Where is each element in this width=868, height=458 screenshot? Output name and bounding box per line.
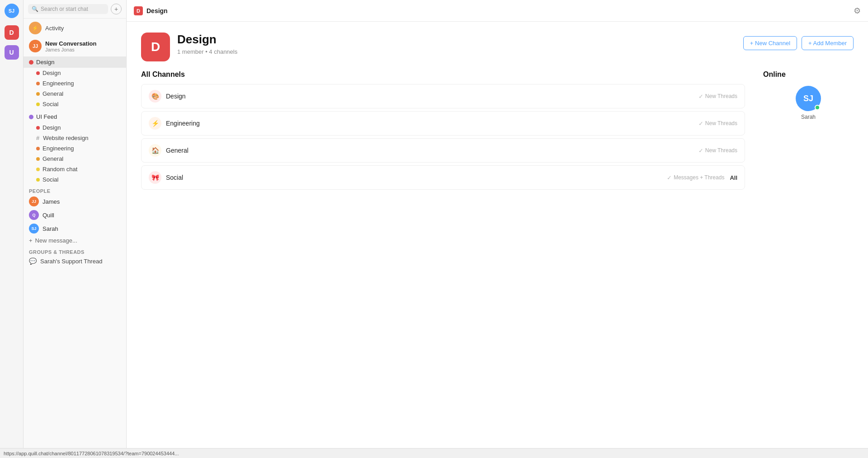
general-channel-dot	[36, 92, 40, 96]
new-conversation-item[interactable]: JJ New Conversation James Jonas	[24, 37, 126, 55]
channel-row-social[interactable]: 🎀 Social ✓ Messages + Threads All	[141, 165, 745, 190]
sidebar-item-ui-design[interactable]: Design	[24, 122, 126, 133]
channel-name-design: Design	[166, 93, 698, 100]
sarah-name: Sarah	[42, 225, 58, 232]
new-msg-plus-icon: +	[29, 237, 33, 244]
sidebar-item-general-channel[interactable]: General	[24, 89, 126, 99]
settings-icon[interactable]: ⚙	[854, 6, 861, 16]
engineering-channel-label: Engineering	[42, 80, 74, 87]
channel-name-social: Social	[166, 174, 667, 181]
online-user-name: Sarah	[801, 114, 816, 120]
add-member-button[interactable]: + Add Member	[802, 36, 854, 50]
thread-item-sarahs-support[interactable]: 💬 Sarah's Support Thread	[24, 256, 126, 266]
sidebar-item-ui-social[interactable]: Social	[24, 174, 126, 185]
status-text-design: New Threads	[705, 93, 737, 99]
workspace-icon-d[interactable]: D	[5, 25, 19, 40]
activity-avatar: ⚡	[29, 22, 42, 34]
channels-count: 4 channels	[209, 48, 237, 55]
online-section: Online SJ Sarah	[763, 70, 854, 458]
social-channel-label: Social	[42, 101, 58, 107]
ui-social-label: Social	[42, 176, 58, 183]
check-icon-soc: ✓	[667, 174, 672, 181]
quill-avatar: Q	[29, 210, 39, 220]
status-text-engineering: New Threads	[705, 120, 737, 126]
design-channel-label: Design	[42, 70, 61, 76]
sidebar-icons-strip: SJ D U	[0, 0, 24, 458]
new-conv-avatar: JJ	[29, 40, 42, 52]
status-url: https://app.quill.chat/channel/801177280…	[4, 451, 179, 456]
sidebar-item-design-channel[interactable]: Design	[24, 68, 126, 78]
social-channel-dot	[36, 103, 40, 106]
search-box[interactable]: 🔍 Search or start chat	[28, 4, 108, 14]
workspace-info: Design 1 member • 4 channels	[177, 33, 743, 55]
channels-list: All Channels 🎨 Design ✓ New Threads ⚡ En…	[141, 70, 745, 458]
new-message-button[interactable]: + New message...	[24, 235, 126, 246]
design-dot	[29, 60, 33, 65]
channel-status-design: ✓ New Threads	[698, 93, 737, 100]
sidebar-item-social-channel[interactable]: Social	[24, 99, 126, 109]
new-channel-button[interactable]: + New Channel	[743, 36, 797, 50]
general-channel-icon: 🏠	[149, 144, 161, 157]
ui-general-dot	[36, 157, 40, 161]
people-item-quill[interactable]: Q Quill	[24, 208, 126, 222]
channel-status-social: ✓ Messages + Threads All	[667, 174, 737, 181]
hash-icon: #	[36, 135, 39, 141]
check-icon-gen: ✓	[698, 147, 703, 154]
website-redesign-label: Website redesign	[43, 135, 88, 141]
people-item-sarah[interactable]: SJ Sarah	[24, 222, 126, 235]
workspace-actions: + New Channel + Add Member	[743, 36, 854, 50]
activity-label: Activity	[45, 25, 64, 32]
check-icon-eng: ✓	[698, 120, 703, 127]
design-workspace-group: Design Design Engineering General Social	[24, 56, 126, 109]
channel-row-design[interactable]: 🎨 Design ✓ New Threads	[141, 84, 745, 108]
status-bar: https://app.quill.chat/channel/801177280…	[0, 448, 868, 458]
sidebar-item-ui-general[interactable]: General	[24, 154, 126, 164]
status-text-general: New Threads	[705, 147, 737, 154]
online-user-sarah: SJ Sarah	[763, 86, 854, 120]
james-name: James	[42, 198, 60, 205]
user-avatar[interactable]: SJ	[5, 4, 19, 18]
topbar-title: Design	[146, 7, 168, 14]
new-conv-text: New Conversation James Jonas	[45, 40, 96, 52]
activity-item[interactable]: ⚡ Activity	[24, 19, 126, 37]
ui-feed-header[interactable]: UI Feed	[24, 111, 126, 122]
thread-name: Sarah's Support Thread	[40, 258, 102, 265]
workspace-name: Design	[177, 33, 743, 47]
ui-design-label: Design	[42, 124, 61, 131]
design-workspace-header[interactable]: Design	[24, 56, 126, 68]
ui-general-label: General	[42, 155, 63, 162]
new-conv-subtitle: James Jonas	[45, 47, 96, 52]
sidebar-item-engineering-channel[interactable]: Engineering	[24, 78, 126, 89]
sarah-avatar: SJ	[29, 224, 39, 234]
people-item-james[interactable]: JJ James	[24, 195, 126, 208]
channel-row-engineering[interactable]: ⚡ Engineering ✓ New Threads	[141, 111, 745, 136]
sidebar-item-website-redesign[interactable]: # Website redesign	[24, 133, 126, 143]
ui-feed-label: UI Feed	[36, 113, 57, 120]
quill-name: Quill	[42, 212, 54, 219]
workspace-icon-ui[interactable]: U	[5, 45, 19, 60]
groups-threads-title: Groups & Threads	[24, 246, 126, 256]
channels-section: All Channels 🎨 Design ✓ New Threads ⚡ En…	[127, 70, 868, 458]
random-chat-label: Random chat	[42, 166, 77, 173]
design-label: Design	[36, 59, 54, 65]
ui-engineering-dot	[36, 147, 40, 150]
main-content: D Design ⚙ D Design 1 member • 4 channel…	[127, 0, 868, 458]
online-section-title: Online	[763, 70, 854, 79]
add-button[interactable]: +	[111, 4, 122, 14]
sidebar-item-random-chat[interactable]: Random chat	[24, 164, 126, 174]
design-channel-icon: 🎨	[149, 90, 161, 103]
ui-feed-group: UI Feed Design # Website redesign Engine…	[24, 111, 126, 185]
ui-engineering-label: Engineering	[42, 145, 74, 152]
ui-social-dot	[36, 178, 40, 182]
thread-icon: 💬	[29, 257, 37, 265]
search-placeholder: Search or start chat	[41, 6, 88, 12]
workspace-meta: 1 member • 4 channels	[177, 48, 743, 55]
engineering-channel-icon: ⚡	[149, 117, 161, 130]
channel-row-general[interactable]: 🏠 General ✓ New Threads	[141, 138, 745, 163]
people-section-title: People	[24, 185, 126, 195]
ui-design-dot	[36, 126, 40, 130]
channel-status-general: ✓ New Threads	[698, 147, 737, 154]
ui-feed-dot	[29, 115, 33, 119]
all-badge: All	[730, 174, 737, 181]
sidebar-item-ui-engineering[interactable]: Engineering	[24, 143, 126, 154]
